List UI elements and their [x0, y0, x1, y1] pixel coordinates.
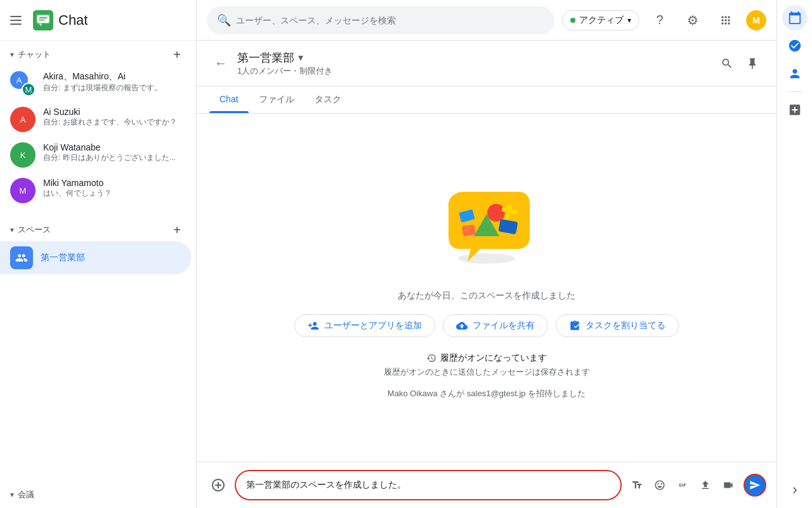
- spaces-chevron-icon: ▾: [10, 225, 14, 234]
- avatar: M: [10, 178, 36, 203]
- search-input[interactable]: [236, 15, 544, 25]
- hamburger-icon[interactable]: [10, 13, 25, 28]
- gif-button[interactable]: [672, 475, 693, 495]
- send-button[interactable]: [743, 474, 766, 497]
- chat-tabs: Chat ファイル タスク: [197, 86, 776, 114]
- chat-name: Ai Suzuki: [43, 107, 181, 117]
- history-section: 履歴がオンになっています 履歴がオンのときに送信したメッセージは保存されます: [384, 352, 590, 378]
- topbar: 🔍 アクティブ ▾ ? ⚙ M: [197, 0, 776, 41]
- space-icon: [10, 246, 33, 269]
- meetings-section-toggle[interactable]: ▾ 会議: [10, 489, 34, 500]
- search-icon: 🔍: [217, 13, 231, 27]
- back-button[interactable]: ←: [209, 52, 232, 75]
- settings-button[interactable]: ⚙: [680, 8, 705, 33]
- add-users-label: ユーザーとアプリを追加: [324, 320, 422, 331]
- app-title: Chat: [58, 12, 88, 29]
- status-dot: [570, 18, 575, 23]
- message-input[interactable]: [246, 480, 610, 490]
- meetings-chevron-icon: ▾: [10, 490, 14, 499]
- pin-button[interactable]: [741, 52, 764, 75]
- add-attachment-button[interactable]: [207, 474, 230, 497]
- chat-item[interactable]: A Ai Suzuki 自分: お疲れさまです、今いいですか？: [0, 102, 191, 137]
- history-subtitle: 履歴がオンのときに送信したメッセージは保存されます: [384, 366, 590, 378]
- chat-header-actions: [716, 52, 764, 75]
- invited-text: Mako Oikawa さんが sales1@gtest.jp を招待しました: [388, 388, 586, 399]
- status-button[interactable]: アクティブ ▾: [562, 10, 639, 30]
- calendar-sidebar-button[interactable]: [782, 5, 808, 30]
- help-button[interactable]: ?: [647, 8, 672, 33]
- chat-name: Akira、Masahiro、Ai: [43, 71, 181, 83]
- search-bar: 🔍: [207, 6, 554, 34]
- chat-preview: はい、何でしょう？: [43, 188, 181, 199]
- chat-name: Miki Yamamoto: [43, 178, 181, 188]
- spaces-section-toggle[interactable]: ▾ スペース: [10, 224, 51, 236]
- chat-list: A M Akira、Masahiro、Ai 自分: まずは現場視察の報告です。 …: [0, 66, 196, 208]
- avatar: A: [10, 107, 36, 132]
- action-buttons: ユーザーとアプリを追加 ファイルを共有 タスクを割り当てる: [294, 314, 679, 337]
- sidebar: Chat ▾ チャット + A M Akira、Masahiro、Ai 自分: …: [0, 0, 197, 508]
- input-actions: [627, 475, 738, 495]
- tab-files[interactable]: ファイル: [249, 86, 304, 113]
- apps-button[interactable]: [713, 8, 738, 33]
- chat-header-title: 第一営業部 ▾: [237, 50, 716, 65]
- chat-panel-header: ← 第一営業部 ▾ 1人のメンバー・制限付き: [197, 41, 776, 86]
- add-users-button[interactable]: ユーザーとアプリを追加: [294, 314, 435, 337]
- format-text-button[interactable]: [627, 475, 647, 495]
- meetings-section-header: ▾ 会議: [0, 484, 196, 508]
- chat-preview: 自分: まずは現場視察の報告です。: [43, 83, 181, 93]
- message-input-area: [197, 462, 776, 508]
- chat-section-toggle[interactable]: ▾ チャット: [10, 49, 51, 60]
- svg-rect-3: [39, 17, 47, 18]
- chat-chevron-icon: ▾: [10, 50, 14, 59]
- chat-item[interactable]: M Miki Yamamoto はい、何でしょう？: [0, 173, 191, 208]
- right-sidebar-divider: [787, 91, 802, 92]
- space-name: 第一営業部: [41, 252, 85, 264]
- share-files-label: ファイルを共有: [473, 320, 535, 331]
- chat-header-info: 第一営業部 ▾ 1人のメンバー・制限付き: [237, 50, 716, 77]
- chat-preview: 自分: 昨日はありがとうございました...: [43, 152, 181, 163]
- tab-tasks[interactable]: タスク: [304, 86, 351, 113]
- status-label: アクティブ: [579, 15, 624, 26]
- contacts-sidebar-button[interactable]: [782, 61, 808, 86]
- assign-tasks-button[interactable]: タスクを割り当てる: [556, 314, 679, 337]
- spaces-section-header: ▾ スペース +: [0, 216, 196, 241]
- chat-name: Koji Watanabe: [43, 142, 181, 152]
- add-chat-button[interactable]: +: [168, 46, 186, 64]
- svg-rect-1: [37, 15, 49, 23]
- created-text: あなたが今日、このスペースを作成しました: [398, 290, 575, 302]
- svg-rect-10: [462, 225, 476, 237]
- emoji-button[interactable]: [650, 475, 670, 495]
- assign-tasks-label: タスクを割り当てる: [586, 320, 665, 331]
- chat-section-header: ▾ チャット +: [0, 41, 196, 66]
- user-avatar[interactable]: M: [746, 10, 766, 30]
- spaces-list: 第一営業部: [0, 241, 196, 274]
- svg-point-5: [458, 253, 515, 264]
- chat-item[interactable]: K Koji Watanabe 自分: 昨日はありがとうございました...: [0, 137, 191, 173]
- expand-sidebar-button[interactable]: [782, 478, 808, 503]
- search-messages-button[interactable]: [716, 52, 738, 75]
- title-dropdown-icon[interactable]: ▾: [298, 51, 303, 64]
- app-logo: [33, 10, 53, 30]
- chat-header-subtitle: 1人のメンバー・制限付き: [237, 65, 716, 77]
- video-button[interactable]: [718, 475, 738, 495]
- svg-rect-4: [39, 19, 44, 20]
- upload-button[interactable]: [695, 475, 716, 495]
- status-dropdown-icon: ▾: [627, 16, 631, 25]
- add-sidebar-app-button[interactable]: [782, 97, 808, 123]
- right-sidebar: [776, 0, 812, 508]
- space-item-first-sales[interactable]: 第一営業部: [0, 241, 191, 274]
- share-files-button[interactable]: ファイルを共有: [443, 314, 548, 337]
- chat-section-label: チャット: [18, 49, 51, 60]
- chat-body: あなたが今日、このスペースを作成しました ユーザーとアプリを追加 ファイルを共有…: [197, 114, 776, 462]
- sidebar-header: Chat: [0, 0, 196, 41]
- avatar: K: [10, 142, 36, 168]
- tasks-sidebar-button[interactable]: [782, 33, 808, 58]
- chat-item[interactable]: A M Akira、Masahiro、Ai 自分: まずは現場視察の報告です。: [0, 66, 191, 102]
- svg-point-7: [487, 204, 505, 222]
- avatar: A M: [10, 71, 36, 97]
- history-title: 履歴がオンになっています: [384, 352, 590, 364]
- add-space-button[interactable]: +: [168, 221, 186, 239]
- tab-chat[interactable]: Chat: [209, 86, 249, 113]
- main-content: 🔍 アクティブ ▾ ? ⚙ M ← 第一営業部 ▾ 1人のメンバー・制限付き: [197, 0, 776, 508]
- message-input-wrapper: [235, 470, 622, 500]
